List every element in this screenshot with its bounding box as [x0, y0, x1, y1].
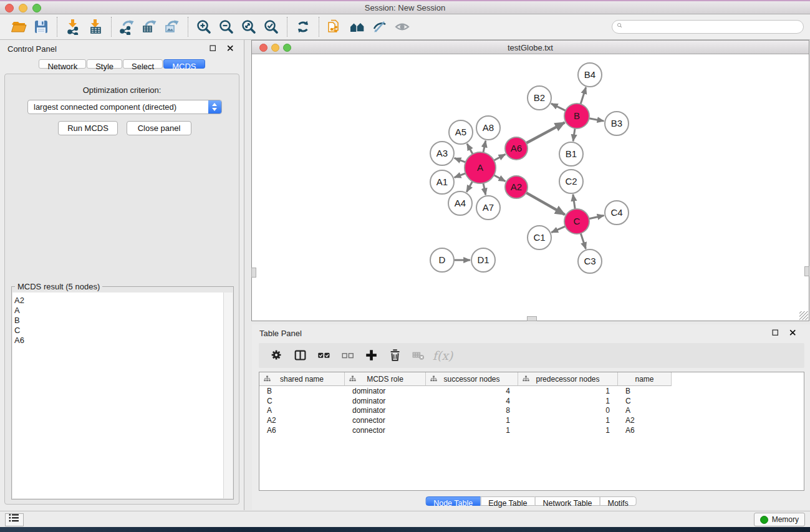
tab-style[interactable]: Style [87, 59, 122, 69]
column-header-name[interactable]: name [618, 372, 672, 386]
run-mcds-button[interactable]: Run MCDS [58, 121, 118, 135]
function-builder-icon[interactable]: f(x) [431, 346, 455, 365]
graph-node-B1[interactable]: B1 [559, 142, 583, 166]
graph-edge-A-A8[interactable] [483, 141, 486, 153]
column-header-successor-nodes[interactable]: successor nodes [426, 372, 518, 386]
graph-node-A4[interactable]: A4 [448, 191, 472, 215]
import-table-icon[interactable] [84, 16, 107, 37]
graph-node-A7[interactable]: A7 [476, 196, 500, 220]
table-row[interactable]: A6connector11A6 [259, 425, 804, 435]
table-float-panel-icon[interactable] [771, 329, 783, 340]
graph-edge-A-A6[interactable] [494, 154, 505, 160]
canvas-right-scroll-thumb[interactable] [804, 266, 809, 276]
mcds-result-item[interactable]: A [12, 306, 224, 316]
search-input[interactable] [612, 20, 804, 34]
graph-node-A5[interactable]: A5 [449, 120, 473, 144]
tab-node-table[interactable]: Node Table [425, 496, 481, 506]
tab-edge-table[interactable]: Edge Table [480, 496, 535, 506]
import-network-icon[interactable] [62, 16, 84, 37]
graph-node-C[interactable]: C [564, 209, 589, 234]
graph-node-B4[interactable]: B4 [578, 63, 602, 87]
export-table-icon[interactable] [138, 16, 161, 37]
mcds-result-item[interactable]: A6 [12, 336, 224, 346]
tab-network[interactable]: Network [39, 59, 86, 69]
window-resize-grip[interactable] [799, 311, 808, 320]
split-panel-icon[interactable] [289, 346, 312, 365]
graph-node-C3[interactable]: C3 [578, 249, 602, 273]
column-header-shared-name[interactable]: shared name [259, 372, 345, 386]
graph-node-A3[interactable]: A3 [430, 142, 454, 165]
canvas-left-scroll-thumb[interactable] [251, 268, 256, 278]
graph-edge-A-A2[interactable] [494, 175, 505, 181]
graph-edge-A-A1[interactable] [455, 173, 466, 178]
deselect-all-columns-icon[interactable] [336, 346, 360, 365]
graph-node-A2[interactable]: A2 [505, 176, 528, 198]
hide-graphics-details-icon[interactable] [369, 16, 391, 37]
close-panel-icon[interactable] [226, 44, 238, 56]
graph-edge-A2-C[interactable] [526, 193, 565, 215]
graph-edge-A6-B[interactable] [526, 122, 565, 143]
export-image-icon[interactable] [161, 16, 183, 37]
canvas-bottom-scroll-thumb[interactable] [527, 316, 537, 321]
graph-node-C2[interactable]: C2 [559, 170, 583, 193]
graph-edge-C-C2[interactable] [573, 195, 575, 209]
memory-button[interactable]: Memory [754, 513, 805, 526]
zoom-selected-icon[interactable] [260, 16, 282, 37]
graph-edge-A-A5[interactable] [467, 143, 473, 154]
graph-edge-A-A4[interactable] [466, 181, 472, 192]
add-column-icon[interactable] [360, 346, 383, 365]
tab-select[interactable]: Select [123, 59, 163, 69]
graph-edge-B-B1[interactable] [573, 128, 575, 141]
graph-edge-A-A3[interactable] [455, 158, 466, 162]
graph-node-A6[interactable]: A6 [505, 137, 528, 160]
table-row[interactable]: A2connector11A2 [259, 415, 804, 425]
network-canvas[interactable]: B4B2BB3A5A8A6B1A3AC2A1A2A4A7C4CC1C3DD1 [252, 54, 809, 321]
tab-motifs[interactable]: Motifs [599, 496, 636, 506]
graph-node-B2[interactable]: B2 [528, 86, 551, 110]
graph-node-D[interactable]: D [430, 248, 454, 272]
graph-edge-C-C1[interactable] [551, 226, 565, 233]
tab-network-table[interactable]: Network Table [535, 496, 600, 506]
zoom-in-icon[interactable] [193, 16, 215, 37]
network-from-file-icon[interactable] [324, 16, 346, 37]
save-session-icon[interactable] [30, 16, 52, 37]
table-row[interactable]: Bdominator41B [259, 386, 804, 396]
refresh-layout-icon[interactable] [292, 16, 314, 37]
graph-edge-C-C3[interactable] [581, 233, 586, 249]
column-header-predecessor-nodes[interactable]: predecessor nodes [518, 372, 618, 386]
graph-edge-B-B4[interactable] [581, 87, 586, 104]
graph-node-A8[interactable]: A8 [476, 116, 500, 140]
delete-table-icon[interactable] [407, 346, 431, 365]
graph-node-B[interactable]: B [564, 104, 589, 128]
graph-node-D1[interactable]: D1 [471, 248, 495, 272]
mcds-result-list[interactable]: A2ABCA6 [12, 293, 224, 498]
column-header-MCDS-role[interactable]: MCDS role [345, 372, 426, 386]
show-graphics-details-icon[interactable] [391, 16, 413, 37]
mcds-result-item[interactable]: B [12, 316, 224, 326]
table-row[interactable]: Adominator80A [259, 405, 804, 415]
mcds-result-item[interactable]: A2 [12, 296, 224, 306]
zoom-fit-icon[interactable] [238, 16, 260, 37]
result-list-scrollbar[interactable] [223, 293, 233, 498]
table-row[interactable]: Cdominator41C [259, 396, 804, 406]
table-settings-icon[interactable] [265, 346, 289, 365]
zoom-out-icon[interactable] [215, 16, 238, 37]
graph-edge-C-C4[interactable] [589, 215, 604, 218]
graph-node-A1[interactable]: A1 [430, 170, 454, 194]
close-panel-button[interactable]: Close panel [127, 121, 191, 135]
graph-node-A[interactable]: A [465, 152, 496, 183]
criterion-select[interactable]: largest connected component (directed) [27, 100, 222, 114]
select-all-columns-icon[interactable] [312, 346, 336, 365]
table-close-panel-icon[interactable] [789, 329, 800, 340]
mcds-result-item[interactable]: C [12, 326, 224, 336]
graph-node-C1[interactable]: C1 [528, 226, 551, 249]
open-file-icon[interactable] [7, 16, 30, 37]
graph-node-B3[interactable]: B3 [605, 112, 629, 135]
graph-edge-B-B2[interactable] [551, 104, 566, 110]
float-panel-icon[interactable] [209, 44, 220, 56]
tab-mcds[interactable]: MCDS [163, 59, 205, 69]
graph-edge-B-B3[interactable] [589, 118, 604, 121]
first-neighbors-icon[interactable] [346, 16, 369, 37]
show-panel-list-button[interactable] [5, 513, 24, 526]
delete-columns-icon[interactable] [383, 346, 407, 365]
